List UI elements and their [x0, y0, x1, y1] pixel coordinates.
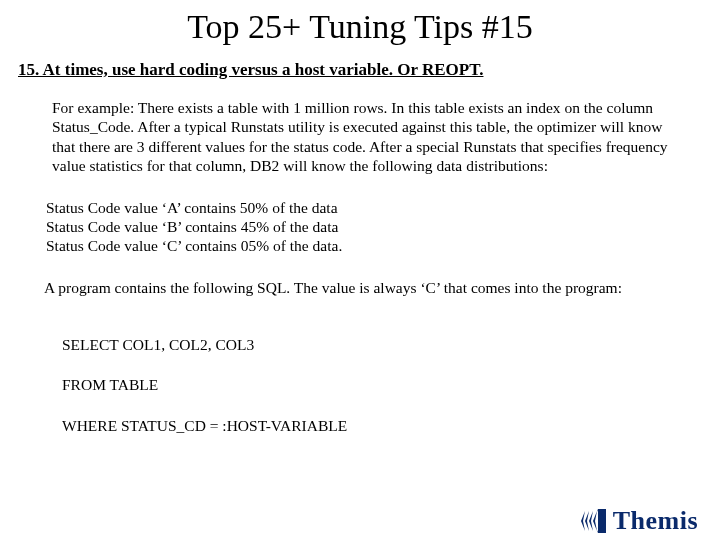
themis-logo-icon — [579, 507, 607, 535]
sql-block: SELECT COL1, COL2, COL3 FROM TABLE WHERE… — [62, 315, 658, 456]
themis-logo-text: Themis — [613, 506, 698, 536]
distribution-item: Status Code value ‘A’ contains 50% of th… — [46, 198, 674, 217]
tip-heading: 15. At times, use hard coding versus a h… — [18, 60, 702, 80]
distribution-list: Status Code value ‘A’ contains 50% of th… — [46, 198, 674, 256]
distribution-item: Status Code value ‘B’ contains 45% of th… — [46, 217, 674, 236]
slide-title: Top 25+ Tuning Tips #15 — [0, 8, 720, 46]
paragraph-sql-intro: A program contains the following SQL. Th… — [44, 278, 676, 297]
sql-line: WHERE STATUS_CD = :HOST-VARIABLE — [62, 416, 658, 436]
sql-line: SELECT COL1, COL2, COL3 — [62, 335, 658, 355]
slide: Top 25+ Tuning Tips #15 15. At times, us… — [0, 8, 720, 540]
paragraph-intro: For example: There exists a table with 1… — [52, 98, 668, 176]
themis-logo: Themis — [579, 506, 698, 536]
sql-line: FROM TABLE — [62, 375, 658, 395]
distribution-item: Status Code value ‘C’ contains 05% of th… — [46, 236, 674, 255]
